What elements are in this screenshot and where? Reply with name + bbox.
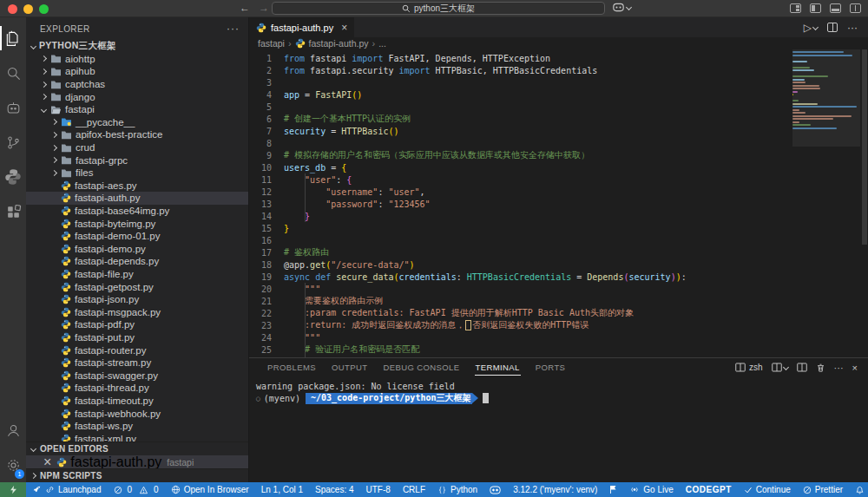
- activity-bar-item-search[interactable]: [0, 56, 26, 90]
- panel-tab-problems[interactable]: PROBLEMS: [260, 358, 324, 376]
- panel-tab-ports[interactable]: PORTS: [528, 358, 574, 376]
- copilot-menu-button[interactable]: [613, 3, 631, 12]
- tree-item-fastapi-put-py[interactable]: fastapi-put.py: [26, 331, 248, 344]
- tree-item--pycache-[interactable]: __pycache__: [26, 116, 248, 129]
- toggle-panel-icon[interactable]: [830, 3, 841, 13]
- status-indentation[interactable]: Spaces: 4: [309, 482, 359, 497]
- tree-item-fastapi-json-py[interactable]: fastapi-json.py: [26, 293, 248, 306]
- activity-bar-item-source-control[interactable]: [0, 125, 26, 160]
- tab-close-icon[interactable]: ×: [341, 22, 347, 34]
- status-problems[interactable]: 00: [108, 482, 165, 497]
- code-editor[interactable]: 1from fastapi import FastAPI, Depends, H…: [249, 49, 868, 357]
- activity-bar-item-chat[interactable]: [0, 90, 26, 125]
- status-continue[interactable]: Continue: [738, 482, 797, 497]
- status-language-mode[interactable]: Python: [431, 482, 483, 497]
- tree-item-fastapi-router-py[interactable]: fastapi-router.py: [26, 343, 248, 356]
- close-panel-icon[interactable]: ×: [852, 363, 858, 373]
- code-line: 17# 鉴权路由: [249, 246, 790, 258]
- tree-item-apihub[interactable]: apihub: [26, 65, 248, 78]
- tree-root-folder[interactable]: PYTHON三大框架: [26, 40, 248, 53]
- panel-tab-debug-console[interactable]: DEBUG CONSOLE: [375, 358, 467, 376]
- status-encoding[interactable]: UTF-8: [360, 482, 397, 497]
- tree-item-fastapi[interactable]: fastapi: [26, 103, 248, 116]
- open-editor-item[interactable]: × fastapi-auth.py fastapi: [26, 455, 248, 468]
- tree-item-captchas[interactable]: captchas: [26, 78, 248, 91]
- explorer-more-actions-icon[interactable]: ···: [227, 23, 240, 35]
- tree-item-fastapi-aes-py[interactable]: fastapi-aes.py: [26, 180, 248, 193]
- code-token: not: [431, 357, 446, 358]
- tree-item-fastapi-pdf-py[interactable]: fastapi-pdf.py: [26, 318, 248, 331]
- tree-item-fastapi-depends-py[interactable]: fastapi-depends.py: [26, 255, 248, 268]
- status-launchpad[interactable]: Launchpad: [26, 482, 108, 497]
- breadcrumb-folder[interactable]: fastapi: [258, 38, 285, 49]
- tree-item-fastapi-msgpack-py[interactable]: fastapi-msgpack.py: [26, 305, 248, 318]
- forward-icon[interactable]: →: [259, 2, 269, 14]
- status-copilot[interactable]: [483, 482, 507, 497]
- editor-more-actions-icon[interactable]: ···: [847, 22, 858, 34]
- back-icon[interactable]: ←: [240, 2, 250, 14]
- tree-item-fastapi-webhook-py[interactable]: fastapi-webhook.py: [26, 407, 248, 420]
- status-eol[interactable]: CRLF: [397, 482, 431, 497]
- status-codegpt[interactable]: CODEGPT: [680, 482, 738, 497]
- tab-fastapi-auth[interactable]: fastapi-auth.py ×: [249, 17, 355, 37]
- remote-indicator[interactable]: [0, 482, 26, 497]
- command-center-search[interactable]: python三大框架: [272, 2, 605, 15]
- tree-item-fastapi-grpc[interactable]: fastapi-grpc: [26, 154, 248, 167]
- close-icon[interactable]: ×: [43, 454, 51, 470]
- npm-scripts-header[interactable]: NPM SCRIPTS: [26, 469, 248, 482]
- tree-item-fastapi-thread-py[interactable]: fastapi-thread.py: [26, 382, 248, 395]
- tree-item-fastapi-getpost-py[interactable]: fastapi-getpost.py: [26, 280, 248, 293]
- folder-icon: [61, 117, 72, 127]
- tree-item-fastapi-xml-py[interactable]: fastapi-xml.py: [26, 432, 248, 441]
- panel-more-actions-icon[interactable]: ···: [834, 363, 844, 373]
- tree-item-django[interactable]: django: [26, 90, 248, 103]
- activity-bar-item-settings[interactable]: 1: [0, 448, 26, 482]
- breadcrumb-symbol[interactable]: ...: [378, 38, 386, 49]
- activity-bar-item-account[interactable]: [0, 413, 26, 448]
- status-open-in-browser[interactable]: Open In Browser: [165, 482, 255, 497]
- activity-bar-item-python[interactable]: [0, 160, 26, 194]
- breadcrumb-file[interactable]: fastapi-auth.py: [309, 38, 369, 49]
- kill-terminal-icon[interactable]: [816, 363, 825, 373]
- status-cursor-position[interactable]: Ln 1, Col 1: [255, 482, 309, 497]
- status-formatter[interactable]: [603, 482, 623, 497]
- tree-item-fastapi-auth-py[interactable]: fastapi-auth.py: [26, 192, 248, 205]
- code-token: :param credentials: FastAPI 提供的用于解析HTTP …: [305, 307, 634, 319]
- zoom-window-button[interactable]: [39, 4, 49, 14]
- activity-bar-item-explorer[interactable]: [0, 21, 26, 56]
- tree-item-fastapi-demo-01-py[interactable]: fastapi-demo-01.py: [26, 230, 248, 243]
- tree-item-fastapi-timeout-py[interactable]: fastapi-timeout.py: [26, 395, 248, 408]
- terminal[interactable]: warning package.json: No license field ○…: [249, 376, 868, 404]
- split-terminal-button[interactable]: [772, 363, 788, 372]
- tree-item-files[interactable]: files: [26, 167, 248, 180]
- tree-item-fastapi-stream-py[interactable]: fastapi-stream.py: [26, 356, 248, 369]
- panel-tab-terminal[interactable]: TERMINAL: [468, 358, 528, 376]
- panel-tab-output[interactable]: OUTPUT: [324, 358, 375, 376]
- terminal-profile-button[interactable]: zsh: [735, 363, 763, 372]
- tree-item-fastapi-demo-py[interactable]: fastapi-demo.py: [26, 243, 248, 256]
- activity-bar-item-extensions[interactable]: [0, 194, 26, 229]
- run-python-file-button[interactable]: ▷: [804, 22, 818, 34]
- tree-item-fastapi-ws-py[interactable]: fastapi-ws.py: [26, 420, 248, 433]
- toggle-secondary-sidebar-icon[interactable]: [850, 3, 861, 13]
- minimize-window-button[interactable]: [23, 4, 33, 14]
- tree-item-aiohttp[interactable]: aiohttp: [26, 53, 248, 66]
- status-notifications[interactable]: [849, 482, 868, 497]
- toggle-primary-sidebar-icon[interactable]: [810, 3, 821, 13]
- minimap-slider[interactable]: [792, 49, 860, 147]
- open-terminal-in-editor-icon[interactable]: [797, 363, 807, 372]
- tree-item-fastapi-byteimg-py[interactable]: fastapi-byteimg.py: [26, 217, 248, 230]
- tree-item-fastapi-file-py[interactable]: fastapi-file.py: [26, 268, 248, 281]
- status-prettier[interactable]: Prettier: [797, 482, 849, 497]
- editor-scrollbar[interactable]: [861, 49, 868, 357]
- customize-layout-icon[interactable]: [790, 3, 801, 13]
- close-window-button[interactable]: [8, 4, 17, 14]
- status-python-interpreter[interactable]: 3.12.2 ('myenv': venv): [507, 482, 603, 497]
- split-editor-icon[interactable]: [827, 23, 838, 32]
- tree-item-apifox-best-practice[interactable]: apifox-best-practice: [26, 128, 248, 141]
- tree-item-fastapi-swagger-py[interactable]: fastapi-swagger.py: [26, 369, 248, 382]
- tree-item-crud[interactable]: crud: [26, 141, 248, 154]
- tree-item-fastapi-base64img-py[interactable]: fastapi-base64img.py: [26, 205, 248, 218]
- code-token: (): [388, 127, 398, 136]
- status-go-live[interactable]: Go Live: [623, 482, 679, 497]
